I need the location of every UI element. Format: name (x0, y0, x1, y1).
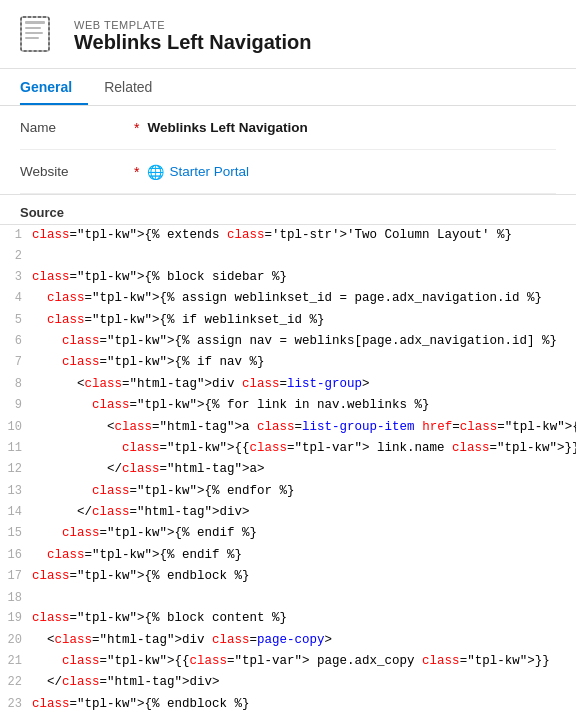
code-line: 23class="tpl-kw">{% endblock %} (0, 694, 576, 715)
website-label: Website (20, 164, 130, 179)
svg-rect-4 (25, 37, 39, 39)
code-line: 4 class="tpl-kw">{% assign weblinkset_id… (0, 288, 576, 309)
line-number: 11 (0, 439, 32, 458)
line-number: 20 (0, 631, 32, 650)
line-content: class="tpl-kw">{% assign weblinkset_id =… (32, 289, 576, 308)
name-row: Name * Weblinks Left Navigation (20, 106, 556, 150)
line-number: 21 (0, 652, 32, 671)
line-content: </class="html-tag">div> (32, 673, 576, 692)
code-line: 13 class="tpl-kw">{% endfor %} (0, 481, 576, 502)
line-content: <class="html-tag">div class=list-group> (32, 375, 576, 394)
line-number: 2 (0, 247, 32, 266)
tab-bar: General Related (0, 69, 576, 106)
line-content: class="tpl-kw">{% endblock %} (32, 695, 576, 714)
code-line: 21 class="tpl-kw">{{class="tpl-var"> pag… (0, 651, 576, 672)
header-title: Weblinks Left Navigation (74, 31, 311, 54)
line-number: 14 (0, 503, 32, 522)
code-line: 18 (0, 588, 576, 609)
code-line: 16 class="tpl-kw">{% endif %} (0, 545, 576, 566)
line-content: <class="html-tag">a class=list-group-ite… (32, 418, 576, 437)
svg-rect-2 (25, 27, 41, 29)
form-section: Name * Weblinks Left Navigation Website … (0, 106, 576, 194)
page-header: WEB TEMPLATE Weblinks Left Navigation (0, 0, 576, 69)
line-number: 1 (0, 226, 32, 245)
code-line: 3class="tpl-kw">{% block sidebar %} (0, 267, 576, 288)
line-number: 18 (0, 589, 32, 608)
code-line: 15 class="tpl-kw">{% endif %} (0, 523, 576, 544)
line-content: class="tpl-kw">{{class="tpl-var"> page.a… (32, 652, 576, 671)
code-line: 20 <class="html-tag">div class=page-copy… (0, 630, 576, 651)
line-number: 4 (0, 289, 32, 308)
line-number: 5 (0, 311, 32, 330)
code-line: 14 </class="html-tag">div> (0, 502, 576, 523)
line-number: 6 (0, 332, 32, 351)
line-content: </class="html-tag">a> (32, 460, 576, 479)
line-content: </class="html-tag">div> (32, 503, 576, 522)
code-line: 7 class="tpl-kw">{% if nav %} (0, 352, 576, 373)
line-content: class="tpl-kw">{% endfor %} (32, 482, 576, 501)
website-link[interactable]: 🌐 Starter Portal (147, 164, 249, 180)
line-number: 15 (0, 524, 32, 543)
code-line: 17class="tpl-kw">{% endblock %} (0, 566, 576, 587)
line-content: class="tpl-kw">{% if nav %} (32, 353, 576, 372)
tab-general[interactable]: General (20, 69, 88, 105)
line-number: 16 (0, 546, 32, 565)
line-number: 7 (0, 353, 32, 372)
globe-icon: 🌐 (147, 164, 164, 180)
website-value: Starter Portal (169, 164, 249, 179)
line-content: class="tpl-kw">{% endif %} (32, 524, 576, 543)
header-text: WEB TEMPLATE Weblinks Left Navigation (74, 19, 311, 54)
code-line: 5 class="tpl-kw">{% if weblinkset_id %} (0, 310, 576, 331)
line-number: 3 (0, 268, 32, 287)
line-content: class="tpl-kw">{% endblock %} (32, 567, 576, 586)
line-number: 19 (0, 609, 32, 628)
code-line: 11 class="tpl-kw">{{class="tpl-var"> lin… (0, 438, 576, 459)
web-template-icon (20, 16, 60, 56)
name-required: * (134, 120, 139, 136)
code-line: 6 class="tpl-kw">{% assign nav = weblink… (0, 331, 576, 352)
line-content: class="tpl-kw">{{class="tpl-var"> link.n… (32, 439, 576, 458)
name-value: Weblinks Left Navigation (147, 120, 307, 135)
header-subtitle: WEB TEMPLATE (74, 19, 311, 31)
code-line: 1class="tpl-kw">{% extends class='tpl-st… (0, 225, 576, 246)
name-label: Name (20, 120, 130, 135)
code-line: 19class="tpl-kw">{% block content %} (0, 608, 576, 629)
source-label: Source (0, 194, 576, 224)
website-row: Website * 🌐 Starter Portal (20, 150, 556, 194)
website-required: * (134, 164, 139, 180)
line-content: class="tpl-kw">{% if weblinkset_id %} (32, 311, 576, 330)
tab-related[interactable]: Related (104, 69, 168, 105)
code-line: 9 class="tpl-kw">{% for link in nav.webl… (0, 395, 576, 416)
line-number: 8 (0, 375, 32, 394)
line-content: <class="html-tag">div class=page-copy> (32, 631, 576, 650)
line-number: 12 (0, 460, 32, 479)
line-content: class="tpl-kw">{% block content %} (32, 609, 576, 628)
code-line: 10 <class="html-tag">a class=list-group-… (0, 417, 576, 438)
line-number: 13 (0, 482, 32, 501)
code-line: 12 </class="html-tag">a> (0, 459, 576, 480)
line-number: 22 (0, 673, 32, 692)
line-content: class="tpl-kw">{% for link in nav.weblin… (32, 396, 576, 415)
code-line: 2 (0, 246, 576, 267)
svg-rect-3 (25, 32, 43, 34)
line-number: 23 (0, 695, 32, 714)
code-line: 8 <class="html-tag">div class=list-group… (0, 374, 576, 395)
line-content: class="tpl-kw">{% assign nav = weblinks[… (32, 332, 576, 351)
line-number: 10 (0, 418, 32, 437)
line-content: class="tpl-kw">{% extends class='tpl-str… (32, 226, 576, 245)
line-number: 9 (0, 396, 32, 415)
line-number: 17 (0, 567, 32, 586)
line-content: class="tpl-kw">{% endif %} (32, 546, 576, 565)
svg-rect-1 (25, 21, 45, 24)
code-block: 1class="tpl-kw">{% extends class='tpl-st… (0, 224, 576, 715)
line-content: class="tpl-kw">{% block sidebar %} (32, 268, 576, 287)
code-line: 22 </class="html-tag">div> (0, 672, 576, 693)
